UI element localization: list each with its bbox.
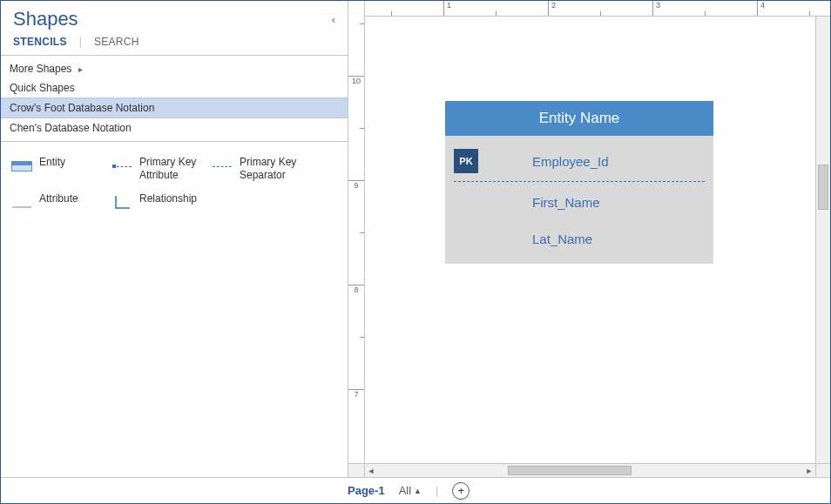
entity-attr-1: First_Name bbox=[532, 195, 600, 210]
tab-search[interactable]: SEARCH bbox=[94, 36, 139, 48]
shape-entity[interactable]: Entity bbox=[8, 151, 108, 187]
add-page-button[interactable]: + bbox=[452, 482, 470, 500]
hscroll-left-icon[interactable]: ◄ bbox=[365, 467, 377, 475]
stencil-crows-foot[interactable]: Crow's Foot Database Notation bbox=[1, 97, 348, 118]
entity-icon bbox=[11, 156, 32, 177]
pk-attribute-icon bbox=[111, 156, 132, 177]
h-ruler-tick-2: 2 bbox=[548, 1, 556, 16]
shapes-pane: Shapes ‹ STENCILS | SEARCH More Shapes ▸… bbox=[1, 1, 348, 477]
drawing-canvas[interactable]: Entity Name PK Employee_Id First_Name bbox=[365, 17, 815, 463]
tab-separator: | bbox=[79, 36, 82, 48]
shapes-title: Shapes bbox=[13, 8, 332, 30]
all-pages-label: All bbox=[399, 484, 411, 497]
all-pages-tab[interactable]: All ▲ bbox=[399, 484, 422, 497]
v-ruler-tick-10: 10 bbox=[348, 76, 364, 85]
hscroll-right-icon[interactable]: ► bbox=[803, 467, 815, 475]
h-ruler-tick-1: 1 bbox=[443, 1, 451, 16]
page-tab-1[interactable]: Page-1 bbox=[348, 484, 385, 497]
tab-stencils[interactable]: STENCILS bbox=[13, 36, 67, 48]
entity-attr-row[interactable]: Lat_Name bbox=[445, 220, 713, 257]
shape-entity-label: Entity bbox=[39, 156, 65, 169]
relationship-icon bbox=[111, 192, 132, 213]
shape-pk-separator[interactable]: Primary Key Separator bbox=[208, 151, 308, 187]
more-shapes-label: More Shapes bbox=[10, 63, 71, 75]
horizontal-scrollbar-thumb[interactable] bbox=[508, 466, 632, 475]
shape-relationship[interactable]: Relationship bbox=[108, 187, 208, 218]
pk-separator-line bbox=[454, 181, 705, 182]
collapse-shapes-icon[interactable]: ‹ bbox=[332, 13, 335, 26]
v-ruler-tick-9: 9 bbox=[348, 180, 364, 190]
shape-pk-attribute-label: Primary Key Attribute bbox=[139, 156, 205, 182]
entity-title[interactable]: Entity Name bbox=[445, 101, 713, 136]
h-ruler-tick-3: 3 bbox=[652, 1, 660, 16]
shape-pk-attribute[interactable]: Primary Key Attribute bbox=[108, 151, 208, 187]
shape-attribute-label: Attribute bbox=[39, 192, 78, 205]
attribute-icon bbox=[11, 192, 32, 213]
tabs-separator: | bbox=[436, 484, 438, 497]
vertical-scrollbar-thumb[interactable] bbox=[818, 165, 828, 210]
chevron-right-icon: ▸ bbox=[78, 64, 83, 74]
stencil-chens[interactable]: Chen's Database Notation bbox=[1, 118, 348, 138]
more-shapes-row[interactable]: More Shapes ▸ bbox=[1, 56, 348, 78]
ruler-corner bbox=[348, 1, 365, 17]
shape-pk-separator-label: Primary Key Separator bbox=[240, 156, 305, 182]
pk-separator-icon bbox=[212, 156, 233, 177]
v-ruler-tick-7: 7 bbox=[348, 389, 364, 399]
entity-shape[interactable]: Entity Name PK Employee_Id First_Name bbox=[445, 101, 713, 264]
entity-attr-0: Employee_Id bbox=[532, 154, 609, 169]
stencil-quick-shapes[interactable]: Quick Shapes bbox=[1, 78, 348, 97]
horizontal-ruler[interactable]: 1 2 3 4 bbox=[365, 1, 830, 17]
shape-attribute[interactable]: Attribute bbox=[8, 187, 108, 218]
pk-badge: PK bbox=[454, 149, 478, 173]
entity-attr-2: Lat_Name bbox=[532, 232, 592, 246]
chevron-up-icon: ▲ bbox=[414, 487, 422, 495]
canvas-area: 1 2 3 4 10 9 8 7 bbox=[348, 1, 830, 477]
horizontal-scrollbar[interactable]: ◄ ► bbox=[365, 463, 815, 477]
h-ruler-tick-4: 4 bbox=[757, 1, 765, 16]
shape-relationship-label: Relationship bbox=[139, 192, 197, 205]
page-tabs-bar: Page-1 All ▲ | + bbox=[1, 477, 830, 503]
entity-attr-row-pk[interactable]: PK Employee_Id bbox=[445, 143, 713, 179]
entity-attr-row[interactable]: First_Name bbox=[445, 184, 713, 220]
v-ruler-tick-8: 8 bbox=[348, 285, 364, 294]
plus-icon: + bbox=[458, 485, 465, 496]
vertical-ruler[interactable]: 10 9 8 7 bbox=[348, 17, 365, 463]
vertical-scrollbar[interactable] bbox=[815, 17, 830, 463]
